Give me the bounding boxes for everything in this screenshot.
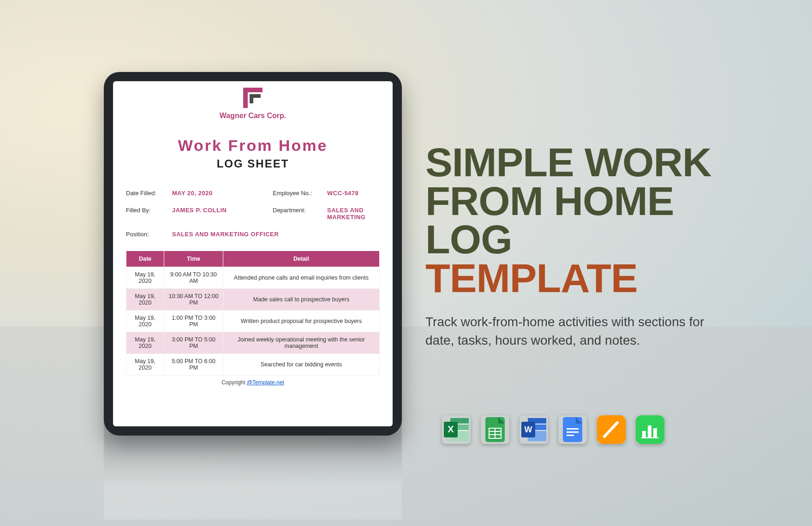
cell-date: May 19, 2020 bbox=[126, 332, 164, 354]
tablet-frame: Wagner Cars Corp. Work From Home LOG SHE… bbox=[104, 72, 402, 436]
svg-marker-30 bbox=[250, 94, 261, 103]
cell-date: May 19, 2020 bbox=[126, 267, 164, 289]
value-department: SALES AND MARKETING bbox=[327, 207, 392, 221]
copyright-prefix: Copyright bbox=[221, 379, 247, 386]
svg-rect-28 bbox=[641, 437, 659, 438]
cell-detail: Searched for car bidding events bbox=[223, 354, 380, 376]
company-logo-icon bbox=[240, 88, 265, 108]
table-header-row: Date Time Detail bbox=[126, 251, 380, 267]
table-row: May 19, 20201:00 PM TO 3:00 PMWritten pr… bbox=[126, 311, 380, 332]
cell-detail: Written product proposal for prospective… bbox=[223, 311, 380, 332]
log-table: Date Time Detail May 19, 20209:00 AM TO … bbox=[126, 251, 380, 376]
table-row: May 19, 202010:30 AM TO 12:00 PMMade sal… bbox=[126, 289, 380, 311]
doc-title-top: Work From Home bbox=[126, 137, 380, 155]
word-icon: W bbox=[519, 415, 548, 444]
copyright-line: Copyright @Template.net bbox=[126, 379, 380, 386]
cell-time: 5:00 PM TO 6:00 PM bbox=[164, 354, 223, 376]
google-sheets-icon bbox=[481, 415, 509, 444]
label-position: Position: bbox=[126, 231, 168, 238]
table-row: May 19, 20203:00 PM TO 5:00 PMJoined wee… bbox=[126, 332, 380, 354]
label-employee-no: Employee No.: bbox=[273, 190, 323, 197]
excel-icon: X bbox=[442, 415, 471, 444]
label-filled-by: Filled By: bbox=[126, 207, 168, 221]
svg-text:W: W bbox=[525, 425, 532, 434]
promo-heading-main: SIMPLE WORK FROM HOME LOG bbox=[425, 139, 711, 262]
svg-rect-25 bbox=[642, 431, 646, 437]
label-date-filled: Date Filled: bbox=[126, 190, 168, 197]
svg-rect-27 bbox=[653, 428, 657, 437]
cell-date: May 19, 2020 bbox=[126, 354, 164, 376]
promo-heading: SIMPLE WORK FROM HOME LOG TEMPLATE bbox=[425, 143, 725, 297]
apple-numbers-icon bbox=[636, 415, 664, 444]
cell-time: 3:00 PM TO 5:00 PM bbox=[164, 332, 223, 354]
cell-time: 9:00 AM TO 10:30 AM bbox=[164, 267, 223, 289]
document-screen: Wagner Cars Corp. Work From Home LOG SHE… bbox=[113, 81, 393, 426]
doc-title-bottom: LOG SHEET bbox=[126, 157, 380, 170]
table-row: May 19, 20205:00 PM TO 6:00 PMSearched f… bbox=[126, 354, 380, 376]
svg-rect-21 bbox=[567, 431, 579, 433]
cell-date: May 19, 2020 bbox=[126, 289, 164, 311]
copyright-link[interactable]: @Template.net bbox=[247, 379, 284, 386]
cell-time: 10:30 AM TO 12:00 PM bbox=[164, 289, 223, 311]
label-department: Department: bbox=[273, 207, 323, 221]
svg-text:X: X bbox=[448, 424, 454, 434]
cell-detail: Joined weekly operational meeting with t… bbox=[223, 332, 380, 354]
promo-text-block: SIMPLE WORK FROM HOME LOG TEMPLATE Track… bbox=[425, 143, 725, 349]
value-filled-by: JAMES P. COLLIN bbox=[172, 207, 269, 221]
svg-rect-22 bbox=[567, 435, 574, 436]
col-date: Date bbox=[126, 251, 164, 267]
svg-rect-26 bbox=[648, 425, 651, 437]
cell-time: 1:00 PM TO 3:00 PM bbox=[164, 311, 223, 332]
svg-rect-20 bbox=[567, 428, 579, 430]
value-date-filled: MAY 20, 2020 bbox=[172, 190, 269, 197]
meta-grid: Date Filled: MAY 20, 2020 Employee No.: … bbox=[126, 190, 380, 238]
apple-pages-icon bbox=[597, 415, 626, 444]
table-row: May 19, 20209:00 AM TO 10:30 AMAttended … bbox=[126, 267, 380, 289]
cell-date: May 19, 2020 bbox=[126, 311, 164, 332]
company-name: Wagner Cars Corp. bbox=[126, 112, 380, 120]
promo-description: Track work-from-home activities with sec… bbox=[425, 313, 725, 349]
cell-detail: Attended phone calls and email inquiries… bbox=[223, 267, 380, 289]
google-docs-icon bbox=[558, 415, 587, 444]
app-icons-row: X W bbox=[442, 415, 664, 444]
value-employee-no: WCC-5478 bbox=[327, 190, 392, 197]
col-detail: Detail bbox=[223, 251, 380, 267]
promo-heading-accent: TEMPLATE bbox=[425, 259, 725, 298]
value-position: SALES AND MARKETING OFFICER bbox=[172, 231, 392, 238]
cell-detail: Made sales call to prospective buyers bbox=[223, 289, 380, 311]
tablet-reflection bbox=[104, 436, 402, 520]
col-time: Time bbox=[164, 251, 223, 267]
